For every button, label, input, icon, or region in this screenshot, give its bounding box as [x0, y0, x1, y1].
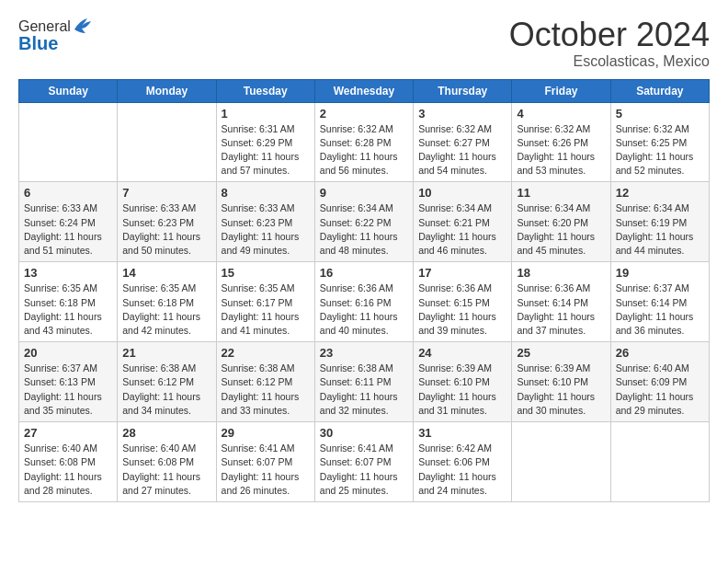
weekday-header: Tuesday: [216, 79, 314, 102]
day-number: 13: [24, 266, 112, 280]
day-number: 29: [222, 426, 310, 440]
day-number: 25: [517, 346, 605, 360]
calendar-week-row: 13Sunrise: 6:35 AMSunset: 6:18 PMDayligh…: [19, 262, 710, 342]
calendar-day-cell: 1Sunrise: 6:31 AMSunset: 6:29 PMDaylight…: [216, 102, 314, 182]
calendar-day-cell: 15Sunrise: 6:35 AMSunset: 6:17 PMDayligh…: [216, 262, 314, 342]
day-info: Sunrise: 6:35 AMSunset: 6:18 PMDaylight:…: [24, 282, 112, 338]
day-number: 19: [616, 266, 704, 280]
day-info: Sunrise: 6:32 AMSunset: 6:27 PMDaylight:…: [418, 122, 506, 178]
calendar-day-cell: [512, 422, 610, 502]
weekday-header: Thursday: [414, 79, 512, 102]
calendar-day-cell: 4Sunrise: 6:32 AMSunset: 6:26 PMDaylight…: [512, 102, 610, 182]
day-info: Sunrise: 6:40 AMSunset: 6:08 PMDaylight:…: [24, 442, 112, 498]
day-number: 14: [122, 266, 210, 280]
day-number: 1: [222, 107, 310, 121]
calendar-day-cell: [118, 102, 216, 182]
calendar-day-cell: 20Sunrise: 6:37 AMSunset: 6:13 PMDayligh…: [19, 342, 118, 422]
day-info: Sunrise: 6:40 AMSunset: 6:08 PMDaylight:…: [122, 442, 210, 498]
calendar-day-cell: 6Sunrise: 6:33 AMSunset: 6:24 PMDaylight…: [19, 182, 118, 262]
calendar-day-cell: 21Sunrise: 6:38 AMSunset: 6:12 PMDayligh…: [118, 342, 216, 422]
calendar-day-cell: 24Sunrise: 6:39 AMSunset: 6:10 PMDayligh…: [414, 342, 512, 422]
day-info: Sunrise: 6:32 AMSunset: 6:28 PMDaylight:…: [320, 122, 408, 178]
day-number: 26: [616, 346, 704, 360]
calendar-day-cell: 5Sunrise: 6:32 AMSunset: 6:25 PMDaylight…: [610, 102, 709, 182]
day-number: 8: [222, 186, 310, 200]
day-number: 22: [222, 346, 310, 360]
day-info: Sunrise: 6:38 AMSunset: 6:11 PMDaylight:…: [320, 362, 408, 418]
day-number: 18: [517, 266, 605, 280]
calendar-week-row: 1Sunrise: 6:31 AMSunset: 6:29 PMDaylight…: [19, 102, 710, 182]
calendar-day-cell: 8Sunrise: 6:33 AMSunset: 6:23 PMDaylight…: [216, 182, 314, 262]
calendar-day-cell: [610, 422, 709, 502]
logo-bird-icon: [73, 17, 93, 35]
calendar-day-cell: 7Sunrise: 6:33 AMSunset: 6:23 PMDaylight…: [118, 182, 216, 262]
day-info: Sunrise: 6:32 AMSunset: 6:25 PMDaylight:…: [616, 122, 704, 178]
day-info: Sunrise: 6:35 AMSunset: 6:18 PMDaylight:…: [122, 282, 210, 338]
day-number: 11: [517, 186, 605, 200]
day-number: 28: [122, 426, 210, 440]
day-info: Sunrise: 6:38 AMSunset: 6:12 PMDaylight:…: [122, 362, 210, 418]
day-info: Sunrise: 6:34 AMSunset: 6:21 PMDaylight:…: [418, 201, 506, 258]
calendar-day-cell: 25Sunrise: 6:39 AMSunset: 6:10 PMDayligh…: [512, 342, 610, 422]
calendar-day-cell: 11Sunrise: 6:34 AMSunset: 6:20 PMDayligh…: [512, 182, 610, 262]
day-info: Sunrise: 6:37 AMSunset: 6:13 PMDaylight:…: [24, 362, 112, 418]
day-info: Sunrise: 6:36 AMSunset: 6:16 PMDaylight:…: [320, 282, 408, 338]
calendar-day-cell: 27Sunrise: 6:40 AMSunset: 6:08 PMDayligh…: [19, 422, 118, 502]
header: General Blue October 2024 Escolasticas, …: [18, 17, 710, 70]
calendar-day-cell: 3Sunrise: 6:32 AMSunset: 6:27 PMDaylight…: [414, 102, 512, 182]
calendar-table: SundayMondayTuesdayWednesdayThursdayFrid…: [18, 79, 710, 502]
weekday-header: Monday: [118, 79, 216, 102]
day-info: Sunrise: 6:35 AMSunset: 6:17 PMDaylight:…: [222, 282, 310, 338]
calendar-subtitle: Escolasticas, Mexico: [509, 53, 710, 70]
day-info: Sunrise: 6:38 AMSunset: 6:12 PMDaylight:…: [222, 362, 310, 418]
calendar-title: October 2024: [509, 17, 710, 53]
calendar-day-cell: 19Sunrise: 6:37 AMSunset: 6:14 PMDayligh…: [610, 262, 709, 342]
day-number: 21: [122, 346, 210, 360]
weekday-header: Sunday: [19, 79, 118, 102]
day-info: Sunrise: 6:41 AMSunset: 6:07 PMDaylight:…: [222, 442, 310, 498]
calendar-day-cell: 12Sunrise: 6:34 AMSunset: 6:19 PMDayligh…: [610, 182, 709, 262]
day-info: Sunrise: 6:39 AMSunset: 6:10 PMDaylight:…: [418, 362, 506, 418]
day-info: Sunrise: 6:33 AMSunset: 6:24 PMDaylight:…: [24, 201, 112, 258]
day-number: 7: [122, 186, 210, 200]
calendar-day-cell: 16Sunrise: 6:36 AMSunset: 6:16 PMDayligh…: [314, 262, 413, 342]
day-info: Sunrise: 6:34 AMSunset: 6:22 PMDaylight:…: [320, 201, 408, 258]
weekday-header: Saturday: [610, 79, 709, 102]
day-number: 23: [320, 346, 408, 360]
day-info: Sunrise: 6:32 AMSunset: 6:26 PMDaylight:…: [517, 122, 605, 178]
calendar-day-cell: 26Sunrise: 6:40 AMSunset: 6:09 PMDayligh…: [610, 342, 709, 422]
day-number: 5: [616, 107, 704, 121]
day-number: 15: [222, 266, 310, 280]
day-number: 3: [418, 107, 506, 121]
calendar-week-row: 20Sunrise: 6:37 AMSunset: 6:13 PMDayligh…: [19, 342, 710, 422]
day-number: 16: [320, 266, 408, 280]
day-number: 17: [418, 266, 506, 280]
day-info: Sunrise: 6:37 AMSunset: 6:14 PMDaylight:…: [616, 282, 704, 338]
day-info: Sunrise: 6:34 AMSunset: 6:19 PMDaylight:…: [616, 201, 704, 258]
day-number: 24: [418, 346, 506, 360]
title-block: October 2024 Escolasticas, Mexico: [509, 17, 710, 70]
weekday-header: Friday: [512, 79, 610, 102]
day-info: Sunrise: 6:40 AMSunset: 6:09 PMDaylight:…: [616, 362, 704, 418]
day-info: Sunrise: 6:42 AMSunset: 6:06 PMDaylight:…: [418, 442, 506, 498]
calendar-week-row: 6Sunrise: 6:33 AMSunset: 6:24 PMDaylight…: [19, 182, 710, 262]
day-number: 4: [517, 107, 605, 121]
calendar-day-cell: 29Sunrise: 6:41 AMSunset: 6:07 PMDayligh…: [216, 422, 314, 502]
day-info: Sunrise: 6:36 AMSunset: 6:15 PMDaylight:…: [418, 282, 506, 338]
calendar-day-cell: 2Sunrise: 6:32 AMSunset: 6:28 PMDaylight…: [314, 102, 413, 182]
day-info: Sunrise: 6:31 AMSunset: 6:29 PMDaylight:…: [222, 122, 310, 178]
calendar-day-cell: 28Sunrise: 6:40 AMSunset: 6:08 PMDayligh…: [118, 422, 216, 502]
day-number: 20: [24, 346, 112, 360]
calendar-header-row: SundayMondayTuesdayWednesdayThursdayFrid…: [19, 79, 710, 102]
calendar-day-cell: 30Sunrise: 6:41 AMSunset: 6:07 PMDayligh…: [314, 422, 413, 502]
day-number: 27: [24, 426, 112, 440]
calendar-day-cell: 13Sunrise: 6:35 AMSunset: 6:18 PMDayligh…: [19, 262, 118, 342]
day-info: Sunrise: 6:41 AMSunset: 6:07 PMDaylight:…: [320, 442, 408, 498]
calendar-day-cell: 17Sunrise: 6:36 AMSunset: 6:15 PMDayligh…: [414, 262, 512, 342]
logo: General Blue: [18, 17, 93, 54]
calendar-day-cell: 9Sunrise: 6:34 AMSunset: 6:22 PMDaylight…: [314, 182, 413, 262]
calendar-day-cell: 22Sunrise: 6:38 AMSunset: 6:12 PMDayligh…: [216, 342, 314, 422]
page: General Blue October 2024 Escolasticas, …: [0, 0, 728, 519]
day-number: 9: [320, 186, 408, 200]
day-info: Sunrise: 6:39 AMSunset: 6:10 PMDaylight:…: [517, 362, 605, 418]
